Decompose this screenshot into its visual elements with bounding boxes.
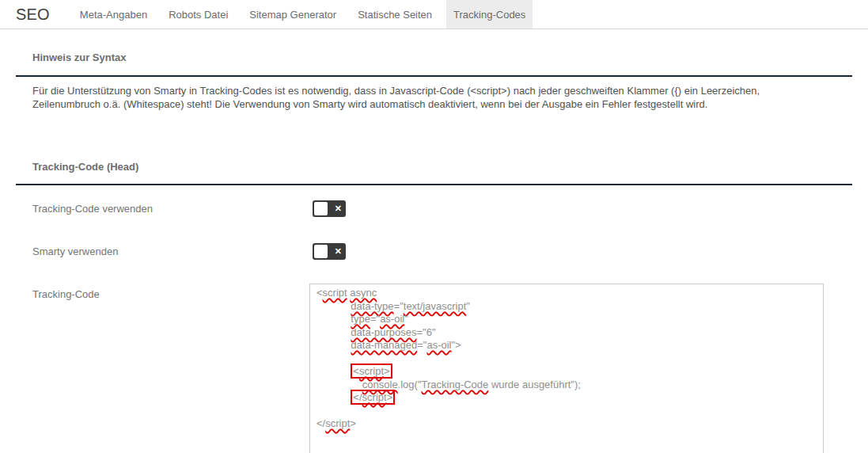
tab-robots-datei[interactable]: Robots Datei <box>161 0 235 29</box>
tracking-head-heading: Tracking-Code (Head) <box>16 161 852 173</box>
code-text: =" <box>370 313 380 325</box>
code-line <box>316 405 817 418</box>
code-line: <script> <box>316 365 817 379</box>
code-line: </script> <box>316 417 817 431</box>
spellcheck-squiggle: data-type <box>351 300 393 312</box>
code-text: < <box>353 365 359 377</box>
code-text: < <box>316 287 323 299</box>
code-text: </ <box>316 417 325 429</box>
page-title: SEO <box>16 6 50 24</box>
code-text <box>316 391 351 403</box>
code-text: > <box>350 417 356 429</box>
smarty-verwenden-label: Smarty verwenden <box>32 243 309 260</box>
code-text: "> <box>451 339 461 351</box>
toggle-knob <box>314 245 328 258</box>
code-text <box>316 339 351 351</box>
spellcheck-squiggle: async <box>350 287 377 299</box>
tracking-code-verwenden-toggle[interactable]: ✕ <box>313 200 346 217</box>
code-text: " <box>466 300 470 312</box>
code-line: <script async <box>316 287 817 300</box>
tracking-code-verwenden-label: Tracking-Code verwenden <box>32 200 309 217</box>
tracking-code-editor[interactable]: <script async data-type="text/javascript… <box>309 284 824 453</box>
code-text <box>316 365 351 377</box>
code-line: data-type="text/javascript" <box>316 300 817 314</box>
code-line: data-purposes="6" <box>316 326 817 340</box>
x-icon: ✕ <box>335 243 342 260</box>
row-tracking-code-verwenden: Tracking-Code verwenden ✕ <box>16 200 852 217</box>
code-text <box>316 313 351 325</box>
syntax-note-text: Für die Unterstützung von Smarty in Trac… <box>16 85 817 111</box>
section-divider <box>16 184 852 185</box>
row-smarty-verwenden: Smarty verwenden ✕ <box>16 243 852 260</box>
tab-meta-angaben[interactable]: Meta-Angaben <box>73 0 154 29</box>
code-text <box>316 326 351 338</box>
code-text <box>316 379 362 390</box>
code-text: .log(" <box>398 379 422 390</box>
code-text: ="6" <box>416 326 435 338</box>
syntax-note-heading: Hinweis zur Syntax <box>16 51 852 64</box>
spellcheck-squiggle: as-oil <box>380 313 404 325</box>
tab-sitemap-generator[interactable]: Sitemap Generator <box>242 0 343 29</box>
code-line: type="as-oil" <box>316 313 817 326</box>
tab-statische-seiten[interactable]: Statische Seiten <box>351 0 439 29</box>
spellcheck-squiggle: script <box>359 365 384 377</box>
tracking-code-label: Tracking-Code <box>32 284 309 301</box>
code-text: </ <box>353 391 362 403</box>
spellcheck-box: <script> <box>351 364 392 379</box>
spellcheck-box: </script> <box>351 390 395 405</box>
toggle-knob <box>314 202 328 215</box>
spellcheck-squiggle: Tracking-Code <box>422 379 489 390</box>
section-divider <box>16 75 852 77</box>
spellcheck-squiggle: script <box>362 391 387 403</box>
code-text: =" <box>394 300 404 312</box>
row-tracking-code: Tracking-Code <script async data-type="t… <box>16 284 852 453</box>
spellcheck-squiggle: text/javascript <box>404 300 466 312</box>
tab-bar: SEO Meta-Angaben Robots Datei Sitemap Ge… <box>0 0 868 29</box>
code-text <box>316 300 351 312</box>
tracking-head-form: Tracking-Code verwenden ✕ Smarty verwend… <box>16 200 852 453</box>
spellcheck-squiggle: as-oil <box>426 339 451 351</box>
tab-tracking-codes[interactable]: Tracking-Codes <box>446 0 533 29</box>
code-text: > <box>384 365 390 377</box>
x-icon: ✕ <box>335 200 342 217</box>
smarty-verwenden-toggle[interactable]: ✕ <box>313 243 346 260</box>
spellcheck-squiggle: console <box>362 379 398 390</box>
code-text: wurde ausgeführt"); <box>488 379 581 390</box>
code-text: =" <box>417 339 426 351</box>
content-area: Hinweis zur Syntax Für die Unterstützung… <box>0 51 868 453</box>
code-line: data-managed="as-oil"> <box>316 339 817 352</box>
spellcheck-squiggle: script <box>325 417 350 429</box>
spellcheck-squiggle: data-managed <box>351 339 417 351</box>
spellcheck-squiggle: data-purposes <box>351 326 416 338</box>
spellcheck-squiggle: type <box>351 313 370 325</box>
code-text: " <box>404 313 408 325</box>
spellcheck-squiggle: script <box>323 287 347 299</box>
code-text: > <box>387 391 393 403</box>
code-line: </script> <box>316 391 817 405</box>
